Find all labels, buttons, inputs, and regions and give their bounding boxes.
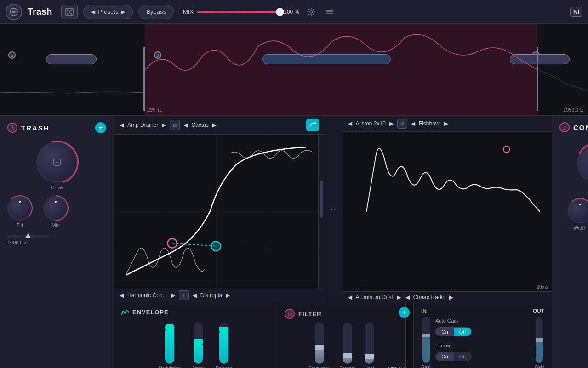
convolve-width-knob[interactable] bbox=[568, 198, 588, 223]
dist-footer-preset-next[interactable]: ▶ bbox=[225, 292, 231, 299]
trash-add-btn[interactable]: + bbox=[95, 122, 106, 133]
more-icon[interactable] bbox=[323, 6, 336, 18]
attack-label: Attack bbox=[192, 366, 205, 368]
release-label: Release bbox=[216, 366, 233, 368]
dist-footer-eq-btn[interactable]: ⫳ bbox=[179, 290, 189, 300]
scream-label: Scream bbox=[339, 366, 355, 368]
in-out-body: Gain Auto Gain On Off Limiter bbox=[421, 317, 544, 368]
ir-type-prev[interactable]: ◀ bbox=[347, 120, 353, 127]
filter-power-btn[interactable]: ⏻ bbox=[285, 309, 295, 319]
ir-preset-next[interactable]: ▶ bbox=[443, 120, 449, 127]
in-out-section: IN OUT Gain Auto Gain bbox=[414, 303, 552, 368]
modulation-slider[interactable] bbox=[165, 323, 174, 364]
convolve-power-btn[interactable]: ⏻ bbox=[559, 122, 570, 132]
drive-knob[interactable] bbox=[36, 142, 78, 183]
dist-left-type-prev[interactable]: ◀ bbox=[119, 122, 125, 128]
heat-slider-container: Heat bbox=[365, 323, 374, 368]
env-sliders: Modulation Attack bbox=[121, 319, 269, 368]
envelope-icon bbox=[121, 310, 129, 315]
ir-preset-prev[interactable]: ◀ bbox=[410, 120, 416, 127]
mix-slider[interactable] bbox=[197, 11, 280, 13]
svg-point-5 bbox=[67, 13, 69, 14]
mix-knob-container: Mix bbox=[43, 196, 68, 228]
heat-slider[interactable] bbox=[365, 323, 374, 364]
dist-footer-preset-prev[interactable]: ◀ bbox=[192, 292, 198, 299]
eq-add-btn[interactable]: + bbox=[399, 307, 410, 318]
limiter-toggle-row: On Off bbox=[435, 352, 530, 361]
mix-pct: 100 % bbox=[284, 9, 299, 15]
limiter-off[interactable]: Off bbox=[454, 352, 471, 361]
auto-gain-toggle: On Off bbox=[435, 327, 472, 336]
dice-button[interactable] bbox=[61, 5, 78, 19]
dist-footer-left-label: Harmonic Con... bbox=[127, 292, 167, 299]
ir-time-axis bbox=[361, 289, 548, 289]
ir-footer-label-prev[interactable]: ◀ bbox=[347, 294, 353, 300]
presets-prev[interactable]: ◀ bbox=[90, 9, 96, 15]
convolve-width-label: Width bbox=[573, 225, 586, 231]
auto-gain-off[interactable]: Off bbox=[454, 328, 471, 336]
scream-slider[interactable] bbox=[343, 323, 352, 364]
trash-title: TRASH bbox=[21, 124, 50, 132]
dist-left-scrollbar[interactable] bbox=[318, 135, 324, 288]
convolve-section: ⏻ CONVOLVE Mix Width bbox=[552, 116, 588, 368]
envelope-section: ENVELOPE Modulation bbox=[114, 303, 277, 368]
in-gain-label: Gain bbox=[421, 365, 431, 368]
app-logo bbox=[6, 4, 22, 20]
in-gain-slider[interactable] bbox=[422, 317, 430, 363]
dist-left-body bbox=[114, 135, 324, 288]
presets-area: ◀ Presets ▶ bbox=[83, 5, 133, 19]
release-slider[interactable] bbox=[219, 323, 228, 364]
scream-slider-container: Scream bbox=[339, 323, 355, 368]
bypass-button[interactable]: Bypass bbox=[138, 5, 174, 19]
out-gain-slider[interactable] bbox=[536, 317, 543, 363]
ir-footer-preset-prev[interactable]: ◀ bbox=[405, 294, 411, 300]
dist-left-preset: Cactus bbox=[191, 122, 208, 128]
dist-footer-left-prev[interactable]: ◀ bbox=[119, 292, 125, 299]
eq-freq-label: 1504Hz bbox=[387, 366, 408, 368]
link-icon[interactable]: ↔ bbox=[329, 204, 337, 214]
drive-label: Drive bbox=[51, 185, 63, 190]
dist-left-preset-next[interactable]: ▶ bbox=[211, 122, 217, 128]
small-knobs-row: Tilt Mix bbox=[7, 196, 106, 228]
envelope-header: ENVELOPE bbox=[121, 309, 269, 316]
ir-grid-btn[interactable]: ⊞ bbox=[397, 119, 407, 129]
convolve-width-knob-container: Width bbox=[568, 198, 588, 231]
trash-power-btn[interactable]: ⏻ bbox=[7, 123, 17, 133]
filter-section: ⏻ FILTER Frequency bbox=[277, 303, 406, 368]
ir-canvas: 20ms bbox=[343, 132, 552, 291]
ir-footer-preset-next[interactable]: ▶ bbox=[448, 294, 454, 300]
convolve-mix-knob[interactable] bbox=[577, 142, 588, 184]
frequency-slider[interactable] bbox=[315, 323, 324, 364]
tilt-slider[interactable] bbox=[7, 235, 49, 238]
attack-slider[interactable] bbox=[194, 323, 203, 364]
ir-footer-label-next[interactable]: ▶ bbox=[396, 294, 402, 300]
ir-type-next[interactable]: ▶ bbox=[388, 120, 394, 127]
settings-icon[interactable] bbox=[305, 6, 318, 18]
ir-header: ◀ Allston 2x10 ▶ ⊞ ◀ Fishbowl ▶ bbox=[343, 116, 552, 132]
presets-next[interactable]: ▶ bbox=[120, 9, 126, 15]
dist-left-preset-prev[interactable]: ◀ bbox=[183, 122, 188, 128]
auto-gain-label: Auto Gain bbox=[435, 318, 530, 323]
dist-left-type-next[interactable]: ▶ bbox=[161, 122, 167, 128]
svg-line-18 bbox=[172, 243, 216, 246]
ir-preset: Fishbowl bbox=[419, 120, 440, 127]
dist-left-grid-btn[interactable]: ⊞ bbox=[170, 120, 180, 130]
svg-point-4 bbox=[69, 11, 70, 12]
convolve-mix-knob-container: Mix bbox=[577, 142, 588, 191]
dist-footer-left-next[interactable]: ▶ bbox=[170, 292, 176, 299]
limiter-label: Limiter bbox=[435, 343, 530, 348]
out-gain-label: Gain bbox=[535, 365, 544, 368]
auto-gain-on[interactable]: On bbox=[436, 328, 454, 336]
limiter-on[interactable]: On bbox=[436, 352, 454, 361]
tilt-freq-label: 1000 Hz bbox=[7, 240, 26, 245]
curve-icon-btn[interactable] bbox=[306, 119, 319, 131]
trash-header: ⏻ TRASH + bbox=[7, 122, 106, 133]
ir-footer-label: Aluminum Dust bbox=[356, 294, 393, 300]
drive-knob-container: Drive bbox=[36, 142, 78, 190]
mix-knob[interactable] bbox=[43, 196, 68, 221]
svg-point-2 bbox=[67, 9, 69, 11]
in-label: IN bbox=[421, 308, 427, 314]
ir-type: Allston 2x10 bbox=[356, 120, 386, 127]
tilt-knob[interactable] bbox=[7, 196, 32, 221]
ir-control-pink[interactable] bbox=[503, 146, 510, 153]
